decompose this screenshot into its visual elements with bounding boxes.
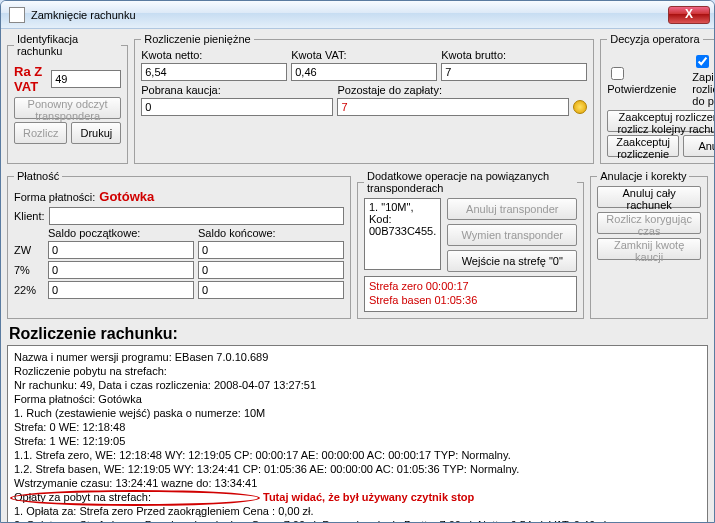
coin-icon [573, 100, 587, 114]
legend-payment: Płatność [14, 170, 62, 182]
report-line: Rozliczenie pobytu na strefach: [14, 364, 701, 378]
report-line: Nazwa i numer wersji programu: EBasen 7.… [14, 350, 701, 364]
zapisz-checkbox[interactable] [696, 55, 709, 68]
legend-settlement: Rozliczenie pieniężne [141, 33, 253, 45]
vat-label: Kwota VAT: [291, 49, 437, 61]
zw-konc-input[interactable] [198, 241, 344, 259]
rozlicz-button[interactable]: Rozlicz [14, 122, 67, 144]
p7-pocz-input[interactable] [48, 261, 194, 279]
report-box: Nazwa i numer wersji programu: EBasen 7.… [7, 345, 708, 523]
forma-label: Forma płatności: [14, 191, 95, 203]
saldo-pocz-header: Saldo początkowe: [48, 227, 194, 239]
legend-additional-ops: Dodatkowe operacje na powiązanych transp… [364, 170, 577, 194]
netto-input[interactable] [141, 63, 287, 81]
potwierdzenie-checkbox[interactable] [611, 67, 624, 80]
p7-label: 7% [14, 264, 44, 276]
legend-identification: Identyfikacja rachunku [14, 33, 121, 57]
accept-button[interactable]: Zaakceptuj rozliczenie [607, 135, 679, 157]
report-line: 1. Opłata za: Strefa zero Przed zaokrągl… [14, 504, 701, 518]
zapisz-checkbox-label[interactable]: Zapisz rozliczenie do pliku [692, 52, 714, 107]
p22-konc-input[interactable] [198, 281, 344, 299]
pozost-input[interactable] [337, 98, 569, 116]
window-icon [9, 7, 25, 23]
report-line: Forma płatności: Gotówka [14, 392, 701, 406]
reread-transponder-button[interactable]: Ponowny odczyt transpondera [14, 97, 121, 119]
kaucja-label: Pobrana kaucja: [141, 84, 333, 96]
close-button[interactable]: X [668, 6, 710, 24]
annotation-note: Tutaj widać, że był używany czytnik stop [263, 490, 474, 504]
anuluj-button[interactable]: Anuluj [683, 135, 714, 157]
report-line: Wstrzymanie czasu: 13:24:41 wazne do: 13… [14, 476, 701, 490]
p22-label: 22% [14, 284, 44, 296]
pozost-label: Pozostaje do zapłaty: [337, 84, 587, 96]
report-line: 1.1. Strefa zero, WE: 12:18:48 WY: 12:19… [14, 448, 701, 462]
zone-line: Strefa basen 01:05:36 [369, 293, 572, 307]
report-line: Strefa: 0 WE: 12:18:48 [14, 420, 701, 434]
brutto-input[interactable] [441, 63, 587, 81]
report-line: 1. Ruch (zestawienie wejść) paska o nume… [14, 406, 701, 420]
vat-input[interactable] [291, 63, 437, 81]
fieldset-identification: Identyfikacja rachunku Ra Z VAT Ponowny … [7, 33, 128, 164]
window-title: Zamknięcie rachunku [31, 9, 668, 21]
kaucja-input[interactable] [141, 98, 333, 116]
anuluj-transponder-button[interactable]: Anuluj transponder [447, 198, 577, 220]
report-title: Rozliczenie rachunku: [9, 325, 708, 343]
ra-label: Ra Z VAT [14, 64, 47, 94]
netto-label: Kwota netto: [141, 49, 287, 61]
anuluj-rachunek-button[interactable]: Anuluj cały rachunek [597, 186, 701, 208]
rozlicz-korygujac-button[interactable]: Rozlicz korygując czas [597, 212, 701, 234]
fieldset-decision: Decyzja operatora Potwierdzenie Zapisz r… [600, 33, 714, 164]
account-number-input[interactable] [51, 70, 121, 88]
wejscie-strefa0-button[interactable]: Wejście na strefę "0" [447, 250, 577, 272]
report-line: 1.2. Strefa basen, WE: 12:19:05 WY: 13:2… [14, 462, 701, 476]
klient-input[interactable] [49, 207, 344, 225]
brutto-label: Kwota brutto: [441, 49, 587, 61]
zone-times-box: Strefa zero 00:00:17 Strefa basen 01:05:… [364, 276, 577, 312]
zw-pocz-input[interactable] [48, 241, 194, 259]
zamknij-kaucje-button[interactable]: Zamknij kwotę kaucji [597, 238, 701, 260]
legend-decision: Decyzja operatora [607, 33, 702, 45]
report-line: 2. Opłata za: Strefa basen Przed zaokrąg… [14, 518, 701, 523]
forma-value: Gotówka [99, 189, 154, 204]
legend-cancellations: Anulacje i korekty [597, 170, 689, 182]
fieldset-settlement: Rozliczenie pieniężne Kwota netto: Kwota… [134, 33, 594, 164]
fieldset-additional-ops: Dodatkowe operacje na powiązanych transp… [357, 170, 584, 319]
wymien-transponder-button[interactable]: Wymien transponder [447, 224, 577, 246]
accept-next-button[interactable]: Zaakceptuj rozliczenie i rozlicz kolejny… [607, 110, 714, 132]
fieldset-payment: Płatność Forma płatności: Gotówka Klient… [7, 170, 351, 319]
report-line: Strefa: 1 WE: 12:19:05 [14, 434, 701, 448]
zone-line: Strefa zero 00:00:17 [369, 279, 572, 293]
p7-konc-input[interactable] [198, 261, 344, 279]
transponder-list[interactable]: 1. "10M", Kod: 00B733C455. [364, 198, 441, 270]
drukuj-button[interactable]: Drukuj [71, 122, 121, 144]
fieldset-cancellations: Anulacje i korekty Anuluj cały rachunek … [590, 170, 708, 319]
report-line: Nr rachunku: 49, Data i czas rozliczenia… [14, 378, 701, 392]
list-item[interactable]: 1. "10M", Kod: 00B733C455. [369, 201, 436, 237]
zw-label: ZW [14, 244, 44, 256]
p22-pocz-input[interactable] [48, 281, 194, 299]
potwierdzenie-checkbox-label[interactable]: Potwierdzenie [607, 64, 676, 95]
saldo-konc-header: Saldo końcowe: [198, 227, 344, 239]
klient-label: Klient: [14, 210, 45, 222]
